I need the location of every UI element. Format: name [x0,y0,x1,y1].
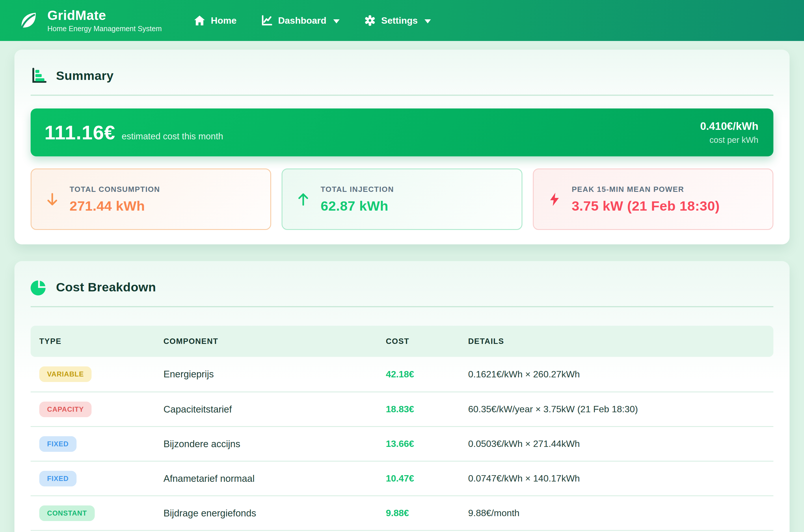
gear-icon [364,15,376,26]
nav-label: Settings [381,15,418,26]
breakdown-card-header: Cost Breakdown [31,275,773,299]
column-header-cost: COST [386,337,468,346]
stat-label: TOTAL INJECTION [321,185,394,194]
arrow-down-icon [45,192,60,207]
details-cell: 0.1621€/kWh × 260.27kWh [468,369,765,380]
cost-cell: 9.88€ [386,508,468,518]
stat-total-consumption: TOTAL CONSUMPTION 271.44 kWh [31,169,271,230]
stat-value: 271.44 kWh [70,198,160,214]
banner-cost: 111.16€ estimated cost this month [44,121,223,144]
column-header-details: DETAILS [468,337,765,346]
cost-per-kwh-value: 0.410€/kWh [700,120,759,132]
stat-text: TOTAL INJECTION 62.87 kWh [321,185,394,214]
table-row: VARIABLE Energieprijs 42.18€ 0.1621€/kWh… [31,357,773,392]
stat-cards: TOTAL CONSUMPTION 271.44 kWh TOTAL INJEC… [31,169,773,230]
cost-per-kwh-caption: cost per kWh [700,135,759,145]
summary-title: Summary [56,69,113,83]
type-badge: VARIABLE [39,366,92,382]
stat-value: 62.87 kWh [321,198,394,214]
chevron-down-icon [424,19,431,23]
table-header-row: TYPE COMPONENT COST DETAILS [31,326,773,357]
stat-text: PEAK 15-MIN MEAN POWER 3.75 kW (21 Feb 1… [572,185,720,214]
line-chart-icon [261,15,273,26]
cost-cell: 42.18€ [386,369,468,380]
stat-value: 3.75 kW (21 Feb 18:30) [572,198,720,214]
details-cell: 9.88€/month [468,508,765,518]
type-badge: CAPACITY [39,402,92,417]
table-row: FIXED Afnametarief normaal 10.47€ 0.0747… [31,461,773,495]
details-cell: 0.0747€/kWh × 140.17kWh [468,473,765,484]
nav-label: Home [211,15,237,26]
divider [31,95,773,96]
table-row: CAPACITY Capaciteitstarief 18.83€ 60.35€… [31,392,773,426]
divider [31,306,773,307]
stat-label: PEAK 15-MIN MEAN POWER [572,185,720,194]
breakdown-title: Cost Breakdown [56,280,156,294]
type-badge: FIXED [39,471,76,487]
brand-text: GridMate Home Energy Management System [47,8,162,33]
stat-label: TOTAL CONSUMPTION [70,185,160,194]
type-badge: CONSTANT [39,506,95,521]
app-title: GridMate [47,8,162,23]
chevron-down-icon [333,19,340,23]
table-row: FIXED Bijzondere accijns 13.66€ 0.0503€/… [31,426,773,461]
component-cell: Energieprijs [163,369,386,380]
cost-cell: 18.83€ [386,404,468,415]
brand: GridMate Home Energy Management System [17,8,162,33]
stat-text: TOTAL CONSUMPTION 271.44 kWh [70,185,160,214]
estimated-cost-banner: 111.16€ estimated cost this month 0.410€… [31,109,773,156]
app-tagline: Home Energy Management System [47,24,162,33]
banner-rate: 0.410€/kWh cost per kWh [700,120,759,145]
table-row: CONSTANT Bijdrage energiefonds 9.88€ 9.8… [31,495,773,530]
table-body: VARIABLE Energieprijs 42.18€ 0.1621€/kWh… [31,357,773,532]
estimated-cost-value: 111.16€ [44,121,115,144]
details-cell: 0.0503€/kWh × 271.44kWh [468,438,765,449]
component-cell: Bijdrage energiefonds [163,508,386,519]
cost-breakdown-card: Cost Breakdown TYPE COMPONENT COST DETAI… [15,261,789,532]
nav-label: Dashboard [278,15,326,26]
nav-item-settings[interactable]: Settings [364,15,431,26]
bar-chart-icon [31,67,47,84]
component-cell: Capaciteitstarief [163,404,386,415]
cost-cell: 13.66€ [386,438,468,449]
estimated-cost-caption: estimated cost this month [122,131,223,142]
details-cell: 60.35€/kW/year × 3.75kW (21 Feb 18:30) [468,404,765,415]
summary-card: Summary 111.16€ estimated cost this mont… [15,50,789,244]
nav-item-home[interactable]: Home [194,15,237,26]
leaf-logo-icon [17,9,40,32]
pie-chart-icon [31,279,47,296]
column-header-type: TYPE [39,337,163,346]
bolt-icon [547,192,562,207]
type-badge: FIXED [39,436,76,452]
table-row: FIXED [31,530,773,532]
cost-cell: 10.47€ [386,473,468,484]
component-cell: Bijzondere accijns [163,438,386,450]
column-header-component: COMPONENT [163,337,386,346]
top-navigation-bar: GridMate Home Energy Management System H… [0,0,804,41]
home-icon [194,15,206,26]
page-content: Summary 111.16€ estimated cost this mont… [0,41,804,532]
summary-card-header: Summary [31,63,773,88]
arrow-up-icon [296,192,311,207]
component-cell: Afnametarief normaal [163,473,386,484]
nav-item-dashboard[interactable]: Dashboard [261,15,340,26]
stat-total-injection: TOTAL INJECTION 62.87 kWh [281,169,522,230]
stat-peak-power: PEAK 15-MIN MEAN POWER 3.75 kW (21 Feb 1… [533,169,773,230]
main-nav: Home Dashboard Settings [194,15,431,26]
